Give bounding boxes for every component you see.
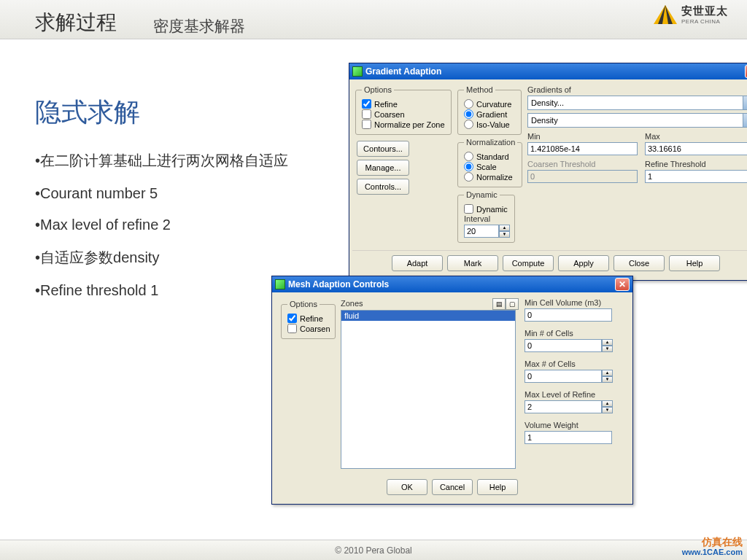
refine-threshold-input[interactable]: 1 <box>645 170 747 183</box>
mesh-refine-checkbox[interactable]: Refine <box>287 314 330 323</box>
select-all-icon[interactable]: ▤ <box>492 298 506 310</box>
watermark: 仿真在线 www.1CAE.com <box>682 537 743 556</box>
close-button[interactable]: Close <box>614 255 665 271</box>
bullet-3: •Max level of refine 2 <box>35 217 288 233</box>
gradient-radio[interactable]: Gradient <box>464 109 516 119</box>
controls-button[interactable]: Controls... <box>357 179 409 195</box>
manage-button[interactable]: Manage... <box>357 160 409 176</box>
scale-radio[interactable]: Scale <box>464 162 517 171</box>
slide-content: 隐式求解 •在二阶计算基础上进行两次网格自适应 •Courant number … <box>35 95 288 314</box>
volume-weight-input[interactable]: 1 <box>525 431 612 444</box>
isovalue-radio[interactable]: Iso-Value <box>464 120 516 129</box>
interval-input[interactable]: 20 <box>464 225 499 238</box>
mesh-title: Mesh Adaption Controls <box>288 279 615 289</box>
deselect-all-icon[interactable]: ▢ <box>506 298 519 310</box>
spin-down-icon[interactable]: ▼ <box>499 231 510 238</box>
max-cells-input[interactable]: 0 <box>525 370 602 383</box>
gradients-of-combo-2[interactable]: Density▼ <box>527 113 747 128</box>
slide-heading: 隐式求解 <box>35 95 288 131</box>
chevron-down-icon[interactable]: ▼ <box>743 114 747 127</box>
standard-radio[interactable]: Standard <box>464 152 517 161</box>
coarsen-checkbox[interactable]: Coarsen <box>362 109 446 119</box>
bullet-1: •在二阶计算基础上进行两次网格自适应 <box>35 151 288 171</box>
bullet-4: •自适应参数density <box>35 248 288 268</box>
help-button[interactable]: Help <box>669 255 720 271</box>
mesh-titlebar[interactable]: Mesh Adaption Controls ✕ <box>272 276 632 292</box>
slide-title-2: 密度基求解器 <box>153 16 245 36</box>
interval-spinner[interactable]: ▲ ▼ <box>499 225 510 238</box>
fluent-icon <box>275 279 285 289</box>
gradient-adaption-dialog: Gradient Adaption ✕ Options Refine Coars… <box>349 63 747 281</box>
mesh-adaption-dialog: Mesh Adaption Controls ✕ Options Refine … <box>271 276 633 505</box>
options-group: Options Refine Coarsen Normalize per Zon… <box>355 85 452 135</box>
close-icon[interactable]: ✕ <box>615 278 630 291</box>
gradients-of-combo-1[interactable]: Density...▼ <box>527 96 747 110</box>
max-refine-spinner[interactable]: ▲▼ <box>602 400 613 413</box>
ok-button[interactable]: OK <box>387 479 427 495</box>
mesh-options-group: Options Refine Coarsen <box>281 300 336 339</box>
adapt-button[interactable]: Adapt <box>392 255 443 271</box>
max-refine-input[interactable]: 2 <box>525 400 602 413</box>
mesh-coarsen-checkbox[interactable]: Coarsen <box>287 324 330 333</box>
max-cells-spinner[interactable]: ▲▼ <box>602 370 613 383</box>
gradients-of-label: Gradients of <box>527 85 747 94</box>
footer-text: © 2010 Pera Global <box>335 545 412 556</box>
zones-label: Zones <box>341 299 492 308</box>
min-cells-input[interactable]: 0 <box>525 339 602 352</box>
method-group: Method Curvature Gradient Iso-Value <box>457 85 522 135</box>
curvature-radio[interactable]: Curvature <box>464 99 516 109</box>
pera-logo: 安世亚太 PERA CHINA <box>654 4 728 25</box>
slide-header: 求解过程 密度基求解器 安世亚太 PERA CHINA <box>0 0 747 39</box>
cancel-button[interactable]: Cancel <box>432 479 473 495</box>
apply-button[interactable]: Apply <box>558 255 609 271</box>
max-input[interactable]: 33.16616 <box>645 142 747 155</box>
contours-button[interactable]: Contours... <box>357 141 409 157</box>
bullet-2: •Courant number 5 <box>35 185 288 202</box>
dynamic-group: Dynamic Dynamic Interval 20 ▲ ▼ <box>457 190 515 243</box>
bullet-5: •Refine threshold 1 <box>35 282 288 299</box>
gradient-titlebar[interactable]: Gradient Adaption ✕ <box>349 63 747 79</box>
normalization-group: Normalization Standard Scale Normalize <box>457 138 522 187</box>
min-cells-spinner[interactable]: ▲▼ <box>602 339 613 352</box>
chevron-down-icon[interactable]: ▼ <box>743 96 747 109</box>
mark-button[interactable]: Mark <box>447 255 498 271</box>
slide-title-1: 求解过程 <box>35 9 117 36</box>
min-cell-volume-input[interactable]: 0 <box>525 308 612 322</box>
normalize-per-zone-checkbox[interactable]: Normalize per Zone <box>362 120 446 129</box>
min-input[interactable]: 1.421085e-14 <box>527 142 638 155</box>
mesh-help-button[interactable]: Help <box>477 479 518 495</box>
spin-up-icon[interactable]: ▲ <box>499 225 510 231</box>
gradient-title: Gradient Adaption <box>365 66 745 77</box>
fluent-icon <box>352 66 363 77</box>
zone-item-fluid[interactable]: fluid <box>341 311 515 321</box>
compute-button[interactable]: Compute <box>503 255 554 271</box>
normalize-radio[interactable]: Normalize <box>464 172 517 182</box>
coarsen-threshold-input: 0 <box>527 170 638 183</box>
zones-listbox[interactable]: fluid <box>341 310 516 469</box>
dynamic-checkbox[interactable]: Dynamic <box>464 204 510 214</box>
refine-checkbox[interactable]: Refine <box>362 99 446 109</box>
footer-bar: © 2010 Pera Global <box>0 540 747 560</box>
